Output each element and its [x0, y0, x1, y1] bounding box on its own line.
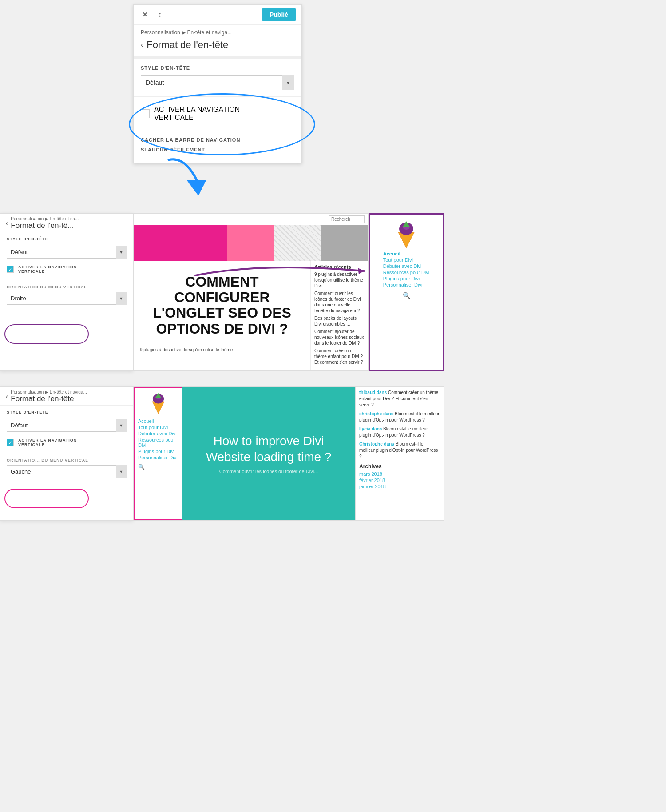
recent-articles-title: Articles récents: [314, 264, 365, 270]
bot-panel-header: ‹ Personnalisation ▶ En-tête et naviga..…: [0, 387, 133, 406]
bot-breadcrumb: Personnalisation ▶ En-tête et naviga...: [11, 390, 87, 394]
nav-tout-divi[interactable]: Tout pour Divi: [383, 257, 430, 263]
archive-fevrier[interactable]: février 2018: [359, 478, 440, 483]
hide-nav-sub: SI AUCUN DÉFILEMENT: [141, 147, 294, 152]
style-select-wrapper: Défaut ▼: [141, 75, 294, 90]
close-button[interactable]: ✕: [139, 9, 151, 20]
mid-style-label: STYLE D'EN-TÊTE: [7, 237, 127, 241]
strip-pattern: [274, 225, 321, 261]
bot-orientation-label: ORIENTATIO... DU MENU VERTICAL: [7, 458, 127, 462]
mid-panel-header: ‹ Personnalisation ▶ En-tête et na... Fo…: [0, 214, 133, 232]
mid-orient-wrapper: Droite ▼: [7, 292, 127, 305]
bot-comment-4: Christophe dans Bloom est-il le meilleur…: [359, 441, 440, 460]
hide-nav-section: CACHER LA BARRE DE NAVIGATION SI AUCUN D…: [134, 131, 301, 163]
recent-article-4: Comment ajouter de nouveaux icônes socia…: [314, 329, 365, 346]
mid-content-toolbar: [134, 214, 368, 225]
bot-back-button[interactable]: ‹: [6, 393, 8, 401]
bot-nav-plugins[interactable]: Plugins pour Divi: [138, 449, 178, 454]
strip-gray: [321, 225, 368, 261]
ice-cream-logo-icon: [393, 219, 420, 250]
hide-nav-label: CACHER LA BARRE DE NAVIGATION: [141, 137, 294, 143]
bot-nav-toggle-row: ✓ ACTIVER LA NAVIGATION VERTICALE: [7, 435, 127, 450]
bottom-row: ‹ Personnalisation ▶ En-tête et naviga..…: [0, 386, 444, 521]
bot-orient-select[interactable]: Gauche: [7, 465, 127, 478]
panel-title: Format de l'en-tête: [147, 39, 228, 51]
bot-teal-article: How to improve Divi Website loading time…: [182, 387, 355, 520]
publish-button[interactable]: Publié: [262, 8, 296, 21]
recent-article-3: Des packs de layouts Divi disponibles ..…: [314, 315, 365, 327]
search-input[interactable]: [329, 215, 365, 223]
bot-select-wrapper: Défaut ▼: [7, 419, 127, 432]
bot-nav-label: ACTIVER LA NAVIGATION VERTICALE: [18, 438, 77, 447]
mid-orientation-label: ORIENTATION DU MENU VERTICAL: [7, 285, 127, 289]
article-image-strip: [134, 225, 368, 261]
nav-ressources[interactable]: Ressources pour Divi: [383, 270, 430, 275]
mid-orient-select[interactable]: Droite: [7, 292, 127, 305]
nav-toggle-checkbox[interactable]: [141, 109, 150, 118]
bottom-left-panel: ‹ Personnalisation ▶ En-tête et naviga..…: [0, 386, 133, 521]
bot-ice-cream-icon: [148, 391, 168, 416]
bot-author-1: thibaud dans: [359, 390, 387, 395]
panel-header: ‹ Format de l'en-tête: [134, 37, 301, 56]
bot-search-icon[interactable]: 🔍: [138, 464, 178, 470]
bot-nav-ressources[interactable]: Ressources pour Divi: [138, 437, 178, 448]
mid-breadcrumb-area: Personnalisation ▶ En-tête et na... Form…: [11, 216, 79, 230]
mid-panel-title: Format de l'en-tê...: [11, 221, 79, 230]
breadcrumb: Personnalisation ▶ En-tête et naviga...: [134, 25, 301, 37]
mid-nav-toggle-row: ✓ ACTIVER LA NAVIGATION VERTICALE: [7, 262, 127, 276]
nav-accueil[interactable]: Accueil: [383, 251, 430, 256]
nav-debuter[interactable]: Débuter avec Divi: [383, 263, 430, 269]
middle-row: ‹ Personnalisation ▶ En-tête et na... Fo…: [0, 213, 444, 371]
style-section: STYLE D'EN-TÊTE Défaut ▼: [134, 59, 301, 96]
archive-mars[interactable]: mars 2018: [359, 471, 440, 477]
bot-nav-debuter[interactable]: Débuter avec Divi: [138, 431, 178, 436]
bot-article-subtitle: Comment ouvrir les icônes du footer de D…: [219, 469, 318, 474]
back-button[interactable]: ‹: [141, 41, 143, 49]
article-title: COMMENT CONFIGURER L'ONGLET SEO DES OPTI…: [138, 265, 306, 346]
bot-breadcrumb-area: Personnalisation ▶ En-tête et naviga... …: [11, 390, 87, 403]
bot-orient-wrapper: Gauche ▼: [7, 465, 127, 478]
middle-left-panel: ‹ Personnalisation ▶ En-tête et na... Fo…: [0, 213, 133, 371]
strip-mid: [227, 225, 274, 261]
strip-inner: [134, 225, 368, 261]
nav-toggle-label: ACTIVER LA NAVIGATION VERTICALE: [154, 106, 240, 122]
nav-section: ACTIVER LA NAVIGATION VERTICALE: [134, 96, 301, 131]
bot-nav-personnaliser[interactable]: Personnaliser Divi: [138, 455, 178, 460]
archives-title: Archives: [359, 463, 440, 470]
bot-style-section: STYLE D'EN-TÊTE Défaut ▼ ✓ ACTIVER LA NA…: [0, 406, 133, 454]
mid-nav-checkbox[interactable]: ✓: [7, 266, 14, 273]
bottom-right-sidebar: thibaud dans Comment créer un thème enfa…: [355, 386, 444, 521]
mid-style-select[interactable]: Défaut: [7, 246, 127, 259]
mid-select-wrapper: Défaut ▼: [7, 246, 127, 259]
nav-toggle-row: ACTIVER LA NAVIGATION VERTICALE: [141, 103, 294, 124]
mid-nav-label: ACTIVER LA NAVIGATION VERTICALE: [18, 265, 77, 274]
bot-nav-checkbox[interactable]: ✓: [7, 439, 14, 446]
bot-orientation-section: ORIENTATIO... DU MENU VERTICAL Gauche ▼: [0, 454, 133, 485]
mid-style-section: STYLE D'EN-TÊTE Défaut ▼ ✓ ACTIVER LA NA…: [0, 232, 133, 281]
toolbar: ✕ ↕ Publié: [134, 5, 301, 25]
mid-back-button[interactable]: ‹: [6, 219, 8, 227]
top-customizer-panel: ✕ ↕ Publié Personnalisation ▶ En-tête et…: [133, 4, 302, 163]
bot-content-inner: Accueil Tout pour Divi Débuter avec Divi…: [134, 387, 355, 520]
article-main: COMMENT CONFIGURER L'ONGLET SEO DES OPTI…: [134, 261, 310, 370]
bot-nav-tout[interactable]: Tout pour Divi: [138, 425, 178, 430]
recent-article-5: Comment créer un thème enfant pour Divi …: [314, 348, 365, 365]
bot-author-3: Lycia dans: [359, 426, 382, 431]
middle-right-sidebar: Accueil Tout pour Divi Débuter avec Divi…: [369, 213, 444, 371]
style-label: STYLE D'EN-TÊTE: [141, 65, 294, 71]
strip-pink: [134, 225, 227, 261]
bot-nav-accueil[interactable]: Accueil: [138, 418, 178, 424]
style-select[interactable]: Défaut: [141, 75, 294, 90]
bot-style-select[interactable]: Défaut: [7, 419, 127, 432]
bot-comment-3: Lycia dans Bloom est-il le meilleur plug…: [359, 426, 440, 438]
recent-article-2: Comment ouvrir les icônes du footer de D…: [314, 291, 365, 314]
nav-personnaliser[interactable]: Personnaliser Divi: [383, 282, 430, 287]
archive-janvier[interactable]: janvier 2018: [359, 484, 440, 489]
bot-panel-title: Format de l'en-tête: [11, 394, 87, 403]
search-icon[interactable]: 🔍: [403, 292, 410, 299]
nav-plugins[interactable]: Plugins pour Divi: [383, 276, 430, 281]
article-subtitle: 9 plugins à désactiver lorsqu'on utilise…: [138, 346, 306, 354]
mid-orientation-section: ORIENTATION DU MENU VERTICAL Droite ▼: [0, 281, 133, 312]
sort-button[interactable]: ↕: [155, 10, 164, 20]
bot-comment-2: christophe dans Bloom est-il le meilleur…: [359, 411, 440, 423]
